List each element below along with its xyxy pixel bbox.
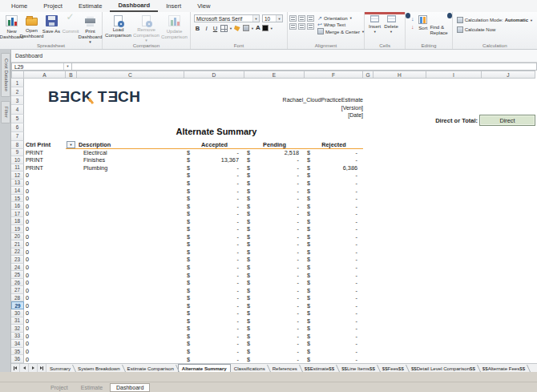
- cell-pending[interactable]: $-: [244, 156, 305, 164]
- cell-b[interactable]: [66, 317, 77, 325]
- cell-pending[interactable]: $-: [244, 172, 305, 180]
- empty-cells[interactable]: [363, 164, 535, 172]
- cell-pending[interactable]: $-: [244, 210, 305, 218]
- cell-pending[interactable]: $-: [244, 256, 305, 264]
- align-middle-button[interactable]: [298, 15, 305, 22]
- cell-description[interactable]: [77, 294, 184, 302]
- fill-color-icon[interactable]: [234, 25, 241, 32]
- cell-accepted[interactable]: $-: [184, 294, 244, 302]
- find-replace-button[interactable]: Find & Replace: [430, 15, 448, 35]
- cell-rejected[interactable]: $-: [305, 264, 363, 272]
- cell-description[interactable]: [77, 264, 184, 272]
- column-header-f[interactable]: F: [305, 71, 363, 79]
- header-filter-cell[interactable]: ▼: [66, 141, 77, 149]
- cell-b[interactable]: [66, 340, 77, 348]
- cell-description[interactable]: [77, 233, 184, 241]
- cell-accepted[interactable]: $-: [184, 348, 244, 356]
- cell-rejected[interactable]: $-: [305, 187, 363, 195]
- cell-ctrl-print[interactable]: 0: [24, 187, 66, 195]
- calculate-now-button[interactable]: Calculate Now: [457, 26, 533, 33]
- cell-accepted[interactable]: $-: [184, 195, 244, 203]
- cell-accepted[interactable]: $-: [184, 210, 244, 218]
- row-header-25[interactable]: 25: [11, 271, 24, 279]
- cell-description[interactable]: [77, 187, 184, 195]
- cell-b[interactable]: [66, 172, 77, 180]
- row-header-30[interactable]: 30: [11, 309, 24, 317]
- cell-description[interactable]: [77, 340, 184, 348]
- cell-b[interactable]: [66, 286, 77, 294]
- cell-ctrl-print[interactable]: 0: [24, 294, 66, 302]
- cell-pending[interactable]: $-: [244, 180, 305, 188]
- cell-pending[interactable]: $-: [244, 301, 305, 309]
- cell-ctrl-print[interactable]: 0: [24, 233, 66, 241]
- cell-b[interactable]: [66, 355, 77, 363]
- empty-cells[interactable]: [363, 325, 535, 333]
- cell-b[interactable]: [66, 279, 77, 287]
- cell-pending[interactable]: $-: [244, 195, 305, 203]
- cell-pending[interactable]: $-: [244, 264, 305, 272]
- sheet-tab-estimate-comparison[interactable]: Estimate Comparison: [124, 364, 177, 372]
- cell-rejected[interactable]: $-: [305, 286, 363, 294]
- column-header-d[interactable]: D: [184, 71, 244, 79]
- delete-cells-button[interactable]: Delete ▼: [384, 15, 398, 34]
- cell-b[interactable]: [66, 187, 77, 195]
- empty-cells[interactable]: [363, 210, 535, 218]
- empty-cells[interactable]: [363, 187, 535, 195]
- cell-ctrl-print[interactable]: 0: [24, 217, 66, 225]
- cell-ctrl-print[interactable]: 0: [24, 264, 66, 272]
- empty-cells[interactable]: [363, 256, 535, 264]
- cell-pending[interactable]: $-: [244, 279, 305, 287]
- cell-b[interactable]: [66, 240, 77, 249]
- empty-cells[interactable]: [363, 249, 535, 257]
- cell-ctrl-print[interactable]: 0: [24, 271, 66, 279]
- column-header-b[interactable]: B: [66, 71, 77, 79]
- empty-cells[interactable]: [363, 156, 535, 164]
- ribbon-tab-insert[interactable]: Insert: [158, 0, 189, 12]
- cell-rejected[interactable]: $-: [305, 249, 363, 257]
- empty-cells[interactable]: [363, 355, 535, 363]
- sheet-tab-references[interactable]: References: [269, 364, 301, 372]
- row-header-16[interactable]: 16: [11, 202, 24, 210]
- row-header-19[interactable]: 19: [11, 225, 24, 233]
- empty-cells[interactable]: [24, 105, 537, 114]
- cell-rejected[interactable]: $-: [305, 317, 363, 325]
- cell-description[interactable]: [77, 317, 184, 325]
- sort-descending-icon[interactable]: ↓: [409, 24, 416, 30]
- load-comparison-button[interactable]: Load Comparison: [104, 14, 132, 38]
- cell-b[interactable]: [66, 271, 77, 279]
- row-header-21[interactable]: 21: [11, 240, 24, 249]
- sheet-nav-prev-button[interactable]: [20, 364, 29, 372]
- cell-accepted[interactable]: $-: [184, 264, 244, 272]
- cell-ctrl-print[interactable]: 0: [24, 249, 66, 257]
- cell-ctrl-print[interactable]: 0: [24, 256, 66, 264]
- dock-tab-cost-database[interactable]: Cost Database: [1, 53, 10, 97]
- empty-cells[interactable]: [363, 317, 535, 325]
- borders-icon[interactable]: [220, 25, 228, 32]
- dock-tab-filter[interactable]: Filter: [1, 101, 10, 123]
- cell-rejected[interactable]: $-: [305, 256, 363, 264]
- cell-pending[interactable]: $-: [244, 217, 305, 225]
- open-dashboard-button[interactable]: Open Dashboard: [22, 14, 42, 38]
- cell-ctrl-print[interactable]: PRINT: [24, 149, 66, 157]
- row-header-23[interactable]: 23: [11, 256, 24, 264]
- sort-button[interactable]: Sort: [418, 15, 427, 35]
- cell-rejected[interactable]: $-: [305, 149, 363, 157]
- cell-ctrl-print[interactable]: 0: [24, 286, 66, 294]
- italic-button[interactable]: I: [203, 24, 210, 32]
- calculation-mode-button[interactable]: Calculation Mode: Automatic ▼: [457, 17, 533, 23]
- row-header-26[interactable]: 26: [11, 279, 24, 287]
- empty-cells[interactable]: [363, 240, 535, 249]
- cell-ctrl-print[interactable]: 0: [24, 202, 66, 210]
- cell-pending[interactable]: $-: [244, 333, 305, 341]
- cell-accepted[interactable]: $-: [184, 301, 244, 309]
- chevron-down-icon[interactable]: ▼: [270, 26, 273, 30]
- cell-pending[interactable]: $-: [244, 325, 305, 333]
- cell-description[interactable]: [77, 217, 184, 225]
- cell-b[interactable]: [66, 309, 77, 317]
- cell-description[interactable]: [77, 240, 184, 249]
- row-header-18[interactable]: 18: [11, 217, 24, 225]
- row-header-8[interactable]: 8: [11, 141, 24, 149]
- cell-accepted[interactable]: $-: [184, 256, 244, 264]
- cell-pending[interactable]: $-: [244, 355, 305, 363]
- cell-ctrl-print[interactable]: PRINT: [24, 156, 66, 164]
